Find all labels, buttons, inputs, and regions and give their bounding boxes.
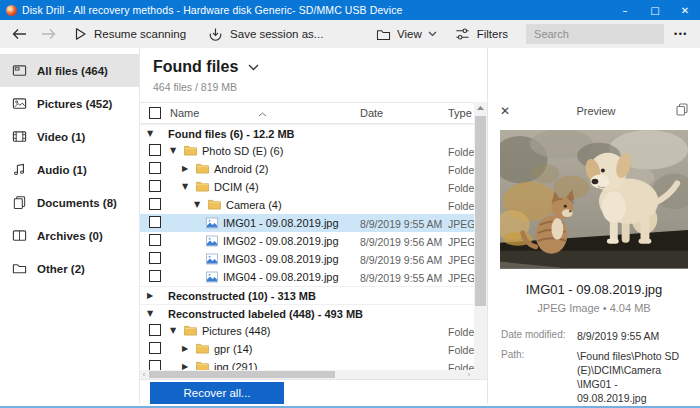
date-modified-label: Date modified:	[501, 329, 577, 343]
scroll-left-icon[interactable]: ‹	[140, 370, 148, 379]
row-checkbox[interactable]	[149, 162, 161, 174]
expand-arrow-icon[interactable]: ▶	[182, 164, 188, 173]
file-list: ▼Found files (6) - 12.2 MB▼Photo SD (E) …	[140, 124, 487, 370]
title-chevron-down-icon[interactable]	[248, 64, 259, 71]
recover-all-button[interactable]: Recover all...	[150, 382, 284, 404]
resume-scanning-button[interactable]: Resume scanning	[74, 27, 186, 41]
sidebar-item-all-files[interactable]: All files (464)	[0, 54, 139, 87]
archives-icon	[12, 228, 27, 243]
row-date: 8/9/2019 9:55 AM	[360, 218, 442, 230]
horizontal-scroll-thumb[interactable]	[149, 371, 335, 378]
file-row[interactable]: IMG02 - 09.08.2019.jpg8/9/2019 9:56 AMJP…	[140, 232, 487, 250]
collapse-arrow-icon[interactable]: ▼	[194, 200, 200, 209]
vertical-scroll-thumb[interactable]	[475, 116, 486, 306]
sidebar: All files (464)Pictures (452)Video (1)Au…	[0, 48, 140, 404]
collapse-arrow-icon[interactable]: ▼	[147, 129, 153, 138]
vertical-scrollbar[interactable]	[474, 102, 487, 370]
path-line-2: \IMG01 - 09.08.2019.jpg	[577, 378, 646, 404]
row-checkbox[interactable]	[149, 180, 161, 192]
row-type: Folder	[448, 200, 474, 212]
row-checkbox[interactable]	[149, 360, 161, 370]
maximize-button[interactable]: □	[640, 0, 670, 20]
path-label: Path:	[501, 349, 577, 406]
column-type[interactable]: Type	[448, 107, 472, 119]
collapse-arrow-icon[interactable]: ▼	[147, 309, 153, 318]
sidebar-item-video[interactable]: Video (1)	[0, 120, 139, 153]
disk-drill-logo-icon	[6, 5, 17, 16]
minimize-button[interactable]: –	[610, 0, 640, 20]
row-date: 8/9/2019 9:56 AM	[360, 254, 442, 266]
row-type: Folder	[448, 362, 474, 371]
image-file-icon	[206, 271, 218, 285]
close-preview-icon[interactable]: ✕	[500, 104, 516, 118]
copy-icon[interactable]	[676, 102, 688, 120]
folder-row[interactable]: ▶jpg (291)Folder	[140, 358, 487, 370]
folder-row[interactable]: ▼Camera (4)Folder	[140, 196, 487, 214]
save-session-label: Save session as...	[230, 28, 323, 40]
folder-row[interactable]: ▶Android (2)Folder	[140, 160, 487, 178]
row-name: jpg (291)	[214, 361, 257, 370]
folder-row[interactable]: ▶gpr (14)Folder	[140, 340, 487, 358]
sidebar-item-other[interactable]: Other (2)	[0, 252, 139, 285]
view-icon	[376, 28, 391, 41]
horizontal-scrollbar[interactable]: ‹ ›	[140, 370, 487, 379]
select-all-checkbox[interactable]	[149, 107, 161, 119]
expand-arrow-icon[interactable]: ▶	[147, 291, 153, 300]
view-dropdown[interactable]: View	[376, 28, 437, 41]
folder-row[interactable]: ▼DCIM (4)Folder	[140, 178, 487, 196]
collapse-arrow-icon[interactable]: ▼	[170, 326, 176, 335]
sidebar-item-label: Pictures (452)	[37, 98, 112, 110]
sidebar-item-audio[interactable]: Audio (1)	[0, 153, 139, 186]
row-checkbox[interactable]	[149, 324, 161, 336]
row-checkbox[interactable]	[149, 198, 161, 210]
chevron-down-icon	[428, 31, 437, 37]
folder-row[interactable]: ▼Pictures (448)Folder	[140, 322, 487, 340]
row-checkbox[interactable]	[149, 144, 161, 156]
video-icon	[12, 129, 27, 144]
row-name: Pictures (448)	[202, 325, 270, 337]
sidebar-item-documents[interactable]: Documents (8)	[0, 186, 139, 219]
row-checkbox[interactable]	[149, 216, 161, 228]
row-checkbox[interactable]	[149, 270, 161, 282]
row-checkbox[interactable]	[149, 342, 161, 354]
row-date: 8/9/2019 9:55 AM	[360, 272, 442, 284]
more-options-button[interactable]: •••	[674, 29, 688, 39]
folder-row[interactable]: ▼Photo SD (E) (6)Folder	[140, 142, 487, 160]
row-type: JPEG Image	[448, 218, 474, 230]
sidebar-item-label: Other (2)	[37, 263, 85, 275]
filters-button[interactable]: Filters	[455, 27, 508, 41]
scroll-up-icon[interactable]	[474, 102, 487, 114]
preview-filename: IMG01 - 09.08.2019.jpg	[488, 282, 700, 297]
search-input[interactable]	[526, 24, 664, 44]
sidebar-item-label: Video (1)	[37, 131, 85, 143]
group-row[interactable]: ▼Reconstructed labeled (448) - 493 MB	[140, 304, 487, 322]
row-name: IMG02 - 09.08.2019.jpg	[223, 235, 339, 247]
save-session-button[interactable]: Save session as...	[208, 27, 323, 42]
back-arrow-icon[interactable]	[12, 28, 27, 40]
sidebar-item-archives[interactable]: Archives (0)	[0, 219, 139, 252]
expand-arrow-icon[interactable]: ▶	[182, 362, 188, 370]
expand-arrow-icon[interactable]: ▶	[182, 344, 188, 353]
close-button[interactable]: ✕	[670, 0, 700, 20]
scroll-right-icon[interactable]: ›	[465, 370, 473, 379]
sidebar-item-pictures[interactable]: Pictures (452)	[0, 87, 139, 120]
collapse-arrow-icon[interactable]: ▼	[170, 146, 176, 155]
group-row[interactable]: ▼Found files (6) - 12.2 MB	[140, 124, 487, 142]
column-name[interactable]: Name	[170, 107, 199, 119]
main-panel: Found files 464 files / 819 MB Name Date…	[140, 48, 487, 404]
puppy-and-kitten-photo	[500, 130, 688, 269]
path-line-1: \Found files\Photo SD (E)\DCIM\Camera	[577, 350, 679, 376]
file-row[interactable]: IMG04 - 09.08.2019.jpg8/9/2019 9:55 AMJP…	[140, 268, 487, 286]
row-checkbox[interactable]	[149, 234, 161, 246]
collapse-arrow-icon[interactable]: ▼	[182, 182, 188, 191]
view-label: View	[397, 28, 422, 40]
column-date[interactable]: Date	[360, 107, 383, 119]
sidebar-item-label: Audio (1)	[37, 164, 87, 176]
group-row[interactable]: ▶Reconstructed (10) - 313 MB	[140, 286, 487, 304]
forward-arrow-icon[interactable]	[41, 28, 56, 40]
row-name: IMG03 - 09.08.2019.jpg	[223, 253, 339, 265]
sidebar-item-label: All files (464)	[37, 65, 108, 77]
file-row[interactable]: IMG01 - 09.08.2019.jpg8/9/2019 9:55 AMJP…	[140, 214, 487, 232]
row-checkbox[interactable]	[149, 252, 161, 264]
file-row[interactable]: IMG03 - 09.08.2019.jpg8/9/2019 9:56 AMJP…	[140, 250, 487, 268]
